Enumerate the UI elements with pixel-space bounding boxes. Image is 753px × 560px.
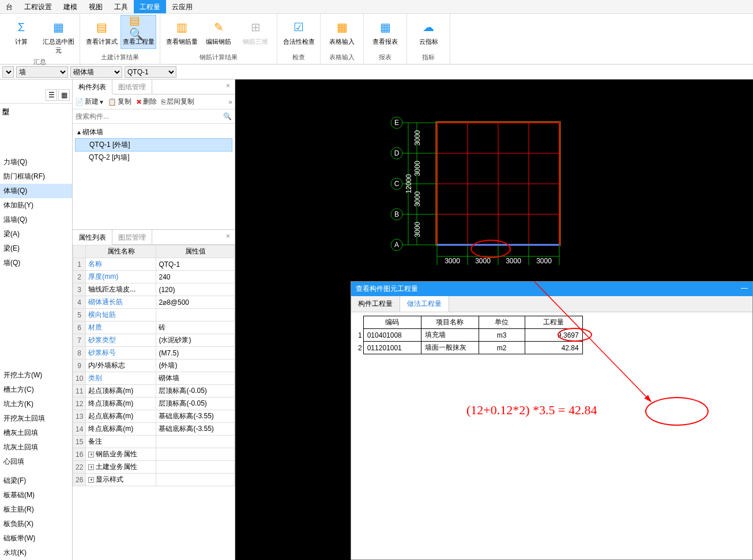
search-input[interactable] [74, 111, 221, 122]
sidebar-item[interactable]: 体墙(Q) [0, 184, 72, 198]
property-row[interactable]: 16+钢筋业务属性 [73, 448, 235, 461]
ribbon-group-label: 土建计算结果 [84, 53, 156, 63]
property-row[interactable]: 9内/外墙标志(外墙) [73, 360, 235, 372]
ribbon-group-label: 指标 [411, 53, 446, 63]
sidebar-item[interactable]: 坑土方(K) [0, 397, 72, 411]
delete-button[interactable]: ✖ 删除 [136, 97, 157, 107]
property-row[interactable]: 10类别砌体墙 [73, 372, 235, 385]
ribbon-button[interactable]: ☁云指标 [411, 15, 446, 49]
grid-view-icon[interactable]: ▦ [58, 89, 70, 101]
minimize-icon[interactable]: — [741, 284, 748, 294]
ribbon-button: ⊞钢筋三维 [238, 15, 273, 49]
property-row[interactable]: 12终点顶标高(m)层顶标高(-0.05) [73, 398, 235, 410]
ribbon-icon: ▥ [172, 18, 191, 36]
sidebar-item[interactable]: 坑灰土回填 [0, 440, 72, 455]
sidebar-section-title: 型 [0, 104, 72, 120]
sidebar-item[interactable]: 槽灰土回填 [0, 426, 72, 440]
floor-copy-button[interactable]: ⎘ 层间复制 [161, 97, 194, 107]
property-row[interactable]: 26+显示样式 [73, 474, 235, 486]
quantity-dialog: 查看构件图元工程量 — 构件工程量 做法工程量 编码项目名称单位工程量 1010… [351, 281, 753, 560]
ribbon-button[interactable]: ▦查看报表 [367, 15, 403, 49]
menu-item[interactable]: 工具 [108, 0, 134, 13]
sidebar-item[interactable]: 温墙(Q) [0, 213, 72, 227]
ribbon-button[interactable]: Σ计算 [3, 15, 39, 58]
ribbon-button[interactable]: ▦表格输入 [324, 15, 360, 49]
sidebar-item[interactable] [0, 469, 72, 474]
sidebar-item[interactable]: 心回填 [0, 455, 72, 469]
sidebar-item[interactable]: 梁(A) [0, 227, 72, 241]
ribbon-label: 云指标 [419, 37, 438, 46]
svg-text:3000: 3000 [506, 257, 521, 265]
property-row[interactable]: 4砌体通长筋2⌀8@500 [73, 296, 235, 309]
ribbon-group-label: 表格输入 [324, 53, 360, 63]
selector-2[interactable]: 墙 [16, 66, 68, 78]
sidebar-item[interactable]: 开挖灰土回填 [0, 411, 72, 426]
drawing-canvas[interactable]: EDCBA30003000300030001200030003000300030… [235, 80, 753, 560]
sidebar-item[interactable]: 力墙(Q) [0, 155, 72, 169]
new-button[interactable]: 📄 新建 ▾ [75, 97, 103, 107]
property-row[interactable]: 11起点顶标高(m)层顶标高(-0.05) [73, 385, 235, 398]
tab-drawing-mgmt[interactable]: 图纸管理 [112, 80, 152, 94]
tree-item[interactable]: QTQ-2 [内墙] [75, 152, 232, 164]
svg-text:A: A [394, 241, 399, 249]
property-row[interactable]: 7砂浆类型(水泥砂浆) [73, 334, 235, 347]
menu-item[interactable]: 视图 [83, 0, 108, 13]
copy-button[interactable]: 📋 复制 [108, 97, 131, 107]
ribbon-button[interactable]: ▤🔍查看工程量 [121, 15, 156, 49]
tab-component-list[interactable]: 构件列表 [73, 80, 112, 94]
close-icon[interactable]: × [221, 230, 235, 244]
svg-text:D: D [394, 149, 400, 157]
menu-item[interactable]: 台 [0, 0, 18, 13]
ribbon-button[interactable]: ▥查看钢筋量 [164, 15, 199, 49]
property-row[interactable]: 6材质砖 [73, 321, 235, 334]
sidebar-item[interactable]: 槽土方(C) [0, 383, 72, 397]
ribbon-label: 查看计算式 [86, 37, 118, 46]
property-row[interactable]: 2厚度(mm)240 [73, 271, 235, 283]
property-row[interactable]: 13起点底标高(m)基础底标高(-3.55) [73, 410, 235, 423]
tab-properties[interactable]: 属性列表 [73, 230, 112, 245]
menu-item[interactable]: 工程设置 [18, 0, 58, 13]
ribbon-button[interactable]: ✎编辑钢筋 [201, 15, 236, 49]
sidebar-item[interactable]: 水坑(K) [0, 546, 72, 560]
property-row[interactable]: 22+土建业务属性 [73, 461, 235, 474]
sidebar-item[interactable]: 墙(Q) [0, 256, 72, 270]
selector-bar: 墙 砌体墙 QTQ-1 [0, 65, 753, 80]
property-row[interactable]: 14终点底标高(m)基础底标高(-3.55) [73, 423, 235, 436]
ribbon-button[interactable]: ▦汇总选中图元 [40, 15, 76, 58]
sidebar-item[interactable]: 础梁(F) [0, 474, 72, 488]
sidebar-item[interactable]: 开挖土方(W) [0, 368, 72, 383]
selector-3[interactable]: 砌体墙 [70, 66, 122, 78]
sidebar-item[interactable]: 础板带(W) [0, 531, 72, 546]
menu-item[interactable]: 工程量 [134, 0, 166, 13]
qty-row[interactable]: 1010401008填充墙m39.3697 [355, 329, 582, 342]
property-row[interactable]: 3轴线距左墙皮...(120) [73, 283, 235, 296]
menu-item[interactable]: 云应用 [166, 0, 198, 13]
tab-method-qty[interactable]: 做法工程量 [400, 296, 449, 312]
sidebar-item[interactable]: 板基础(M) [0, 488, 72, 502]
sidebar-item[interactable]: 防门框墙(RF) [0, 169, 72, 184]
sidebar-item[interactable]: 板负筋(X) [0, 517, 72, 531]
ribbon-group-label: 检查 [281, 53, 317, 63]
tree-parent[interactable]: ▴ 砌体墙 [75, 126, 232, 138]
ribbon-button[interactable]: ☑合法性检查 [281, 15, 317, 49]
list-view-icon[interactable]: ☰ [46, 89, 57, 101]
menu-item[interactable]: 建模 [58, 0, 83, 13]
qty-row[interactable]: 2011201001墙面一般抹灰m242.84 [355, 342, 582, 354]
sidebar-item[interactable]: 体加筋(Y) [0, 198, 72, 213]
sidebar-item[interactable]: 板主筋(R) [0, 502, 72, 517]
component-panel: 构件列表 图纸管理 × 📄 新建 ▾ 📋 复制 ✖ 删除 ⎘ 层间复制 » 🔍 … [73, 80, 235, 560]
tab-component-qty[interactable]: 构件工程量 [351, 296, 400, 312]
property-row[interactable]: 5横向短筋 [73, 309, 235, 321]
ribbon-button[interactable]: ▤查看计算式 [84, 15, 119, 49]
tree-item[interactable]: QTQ-1 [外墙] [75, 138, 232, 152]
property-row[interactable]: 15备注 [73, 436, 235, 448]
selector-4[interactable]: QTQ-1 [125, 66, 176, 78]
sidebar-item[interactable]: 梁(E) [0, 241, 72, 256]
property-row[interactable]: 8砂浆标号(M7.5) [73, 347, 235, 360]
tab-layers[interactable]: 图层管理 [112, 230, 152, 244]
close-icon[interactable]: × [221, 80, 235, 94]
selector-1[interactable] [2, 66, 14, 78]
search-icon[interactable]: 🔍 [221, 111, 234, 122]
property-row[interactable]: 1名称QTQ-1 [73, 258, 235, 271]
ribbon-label: 合法性检查 [283, 37, 315, 46]
